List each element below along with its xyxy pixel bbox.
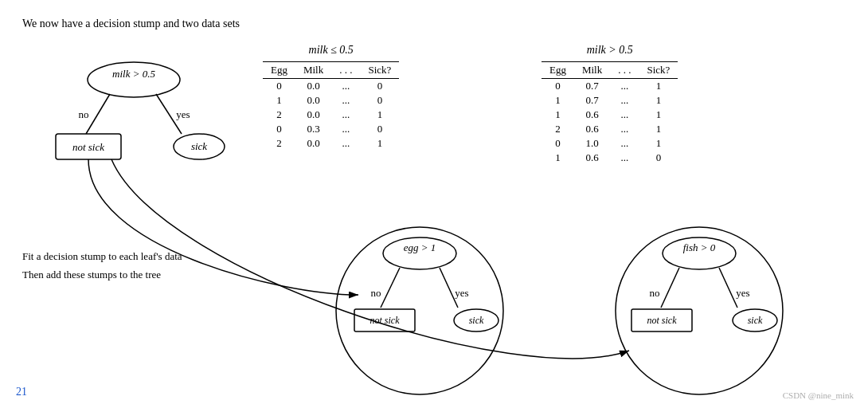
svg-line-14	[440, 268, 458, 308]
table-row: 10.6...1	[542, 108, 678, 122]
table-right-title: milk > 0.5	[542, 44, 678, 57]
svg-text:no: no	[79, 108, 89, 120]
svg-text:yes: yes	[455, 287, 468, 299]
main-container: We now have a decision stump and two dat…	[0, 0, 868, 408]
svg-rect-6	[56, 134, 121, 159]
svg-rect-28	[631, 309, 692, 332]
col-egg-right: Egg	[542, 62, 574, 79]
svg-point-8	[174, 134, 225, 159]
svg-text:sick: sick	[469, 315, 484, 326]
col-sick-left: Sick?	[361, 62, 400, 79]
table-row: 20.0...1	[263, 108, 399, 122]
table-row: 00.7...1	[542, 79, 678, 94]
svg-point-11	[383, 237, 456, 269]
table-row: 20.6...1	[542, 122, 678, 136]
slide-number: 21	[16, 386, 27, 398]
svg-text:not sick: not sick	[72, 141, 104, 153]
svg-text:no: no	[371, 287, 381, 299]
table-left-title: milk ≤ 0.5	[263, 44, 399, 57]
table-row: 10.6...0	[542, 151, 678, 165]
svg-point-22	[663, 237, 736, 269]
svg-point-19	[454, 309, 499, 332]
col-milk-left: Milk	[295, 62, 331, 79]
bottom-label-line2: Then add these stumps to the tree	[22, 265, 182, 284]
svg-text:yes: yes	[736, 287, 749, 299]
svg-point-21	[616, 227, 783, 394]
svg-point-30	[733, 309, 777, 332]
col-milk-right: Milk	[574, 62, 610, 79]
table-row: 20.0...1	[263, 136, 399, 151]
diagram-svg: milk > 0.5 no yes not sick sick egg > 1 …	[0, 0, 868, 408]
svg-line-13	[381, 268, 400, 308]
bottom-label-line1: Fit a decision stump to each leaf's data	[22, 247, 182, 265]
svg-text:milk > 0.5: milk > 0.5	[112, 68, 155, 80]
bottom-labels: Fit a decision stump to each leaf's data…	[22, 247, 182, 284]
table-right: Egg Milk . . . Sick? 00.7...110.7...110.…	[542, 61, 678, 165]
top-description: We now have a decision stump and two dat…	[22, 18, 240, 30]
col-sick-right: Sick?	[639, 62, 678, 79]
table-row: 10.0...0	[263, 93, 399, 108]
svg-text:egg > 1: egg > 1	[404, 241, 436, 253]
col-dots-right: . . .	[610, 62, 639, 79]
svg-text:fish > 0: fish > 0	[683, 241, 716, 253]
table-row: 00.0...0	[263, 79, 399, 94]
svg-text:sick: sick	[748, 315, 763, 326]
table-row: 10.7...1	[542, 93, 678, 108]
svg-point-0	[88, 62, 180, 97]
col-dots-left: . . .	[331, 62, 360, 79]
table-row: 00.3...0	[263, 122, 399, 136]
svg-line-2	[86, 94, 110, 134]
svg-rect-17	[354, 309, 415, 332]
svg-line-24	[661, 268, 679, 308]
col-egg-left: Egg	[263, 62, 295, 79]
svg-text:sick: sick	[191, 140, 207, 152]
svg-text:yes: yes	[176, 108, 190, 120]
table-row: 01.0...1	[542, 136, 678, 151]
table-right-section: milk > 0.5 Egg Milk . . . Sick? 00.7...1…	[542, 44, 678, 165]
svg-line-25	[719, 268, 737, 308]
table-left-section: milk ≤ 0.5 Egg Milk . . . Sick? 00.0...0…	[263, 44, 399, 151]
svg-text:not sick: not sick	[647, 315, 678, 326]
svg-text:no: no	[650, 287, 660, 299]
svg-line-3	[156, 94, 182, 134]
svg-point-10	[336, 227, 503, 394]
table-left: Egg Milk . . . Sick? 00.0...010.0...020.…	[263, 61, 399, 151]
watermark: CSDN @nine_mink	[783, 390, 854, 400]
svg-text:not sick: not sick	[370, 315, 401, 326]
